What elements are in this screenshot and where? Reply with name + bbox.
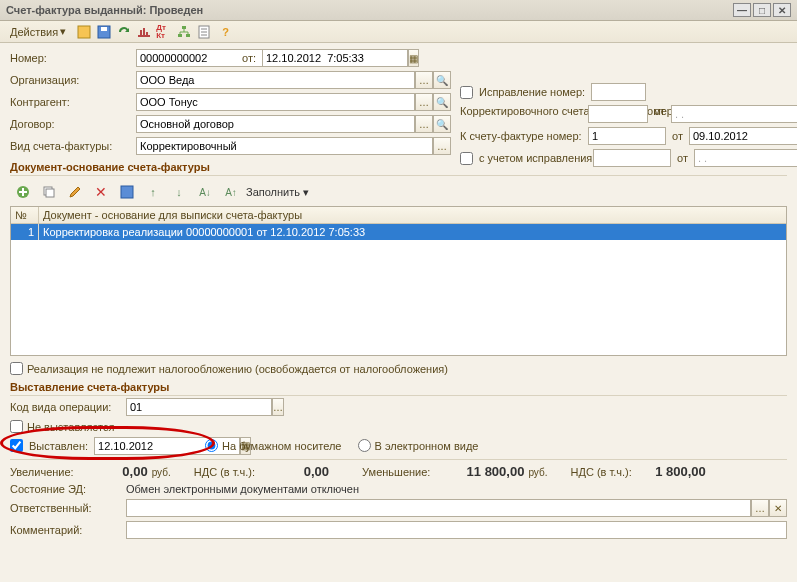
dots-icon[interactable]: … xyxy=(272,398,284,416)
grid-col-num[interactable]: № xyxy=(11,207,39,223)
corr-sf-date-input[interactable] xyxy=(671,105,797,123)
corr-num-input[interactable] xyxy=(591,83,646,101)
decrease-sum: 11 800,00 xyxy=(434,464,524,479)
report-icon[interactable] xyxy=(196,24,212,40)
move-down-button[interactable]: ↓ xyxy=(168,181,190,203)
increase-sum: 0,00 xyxy=(78,464,148,479)
contract-input[interactable] xyxy=(136,115,415,133)
with-corr-label: с учетом исправления: xyxy=(479,152,587,164)
datetime-input[interactable] xyxy=(262,49,408,67)
no-tax-checkbox[interactable] xyxy=(10,362,23,375)
with-corr-date-input[interactable] xyxy=(694,149,797,167)
issue-section-header: Выставление счета-фактуры xyxy=(10,381,787,396)
issued-checkbox[interactable] xyxy=(10,439,23,452)
refresh-icon[interactable] xyxy=(116,24,132,40)
save-icon[interactable] xyxy=(96,24,112,40)
not-issued-label: Не выставляется xyxy=(27,421,115,433)
magnify-icon[interactable]: 🔍 xyxy=(433,71,451,89)
paper-radio[interactable]: На бумажном носителе xyxy=(205,439,341,452)
post-icon[interactable] xyxy=(76,24,92,40)
svg-rect-10 xyxy=(121,186,133,198)
help-button[interactable]: ? xyxy=(216,24,235,40)
dots-icon[interactable]: … xyxy=(415,71,433,89)
actions-menu[interactable]: Действия ▾ xyxy=(4,23,72,40)
paper-label: На бумажном носителе xyxy=(222,440,341,452)
table-row[interactable]: 1 Корректировка реализации 00000000001 о… xyxy=(11,224,786,240)
corr-num-checkbox[interactable] xyxy=(460,86,473,99)
dec-nds-label: НДС (в т.ч.): xyxy=(570,466,631,478)
add-button[interactable] xyxy=(12,181,34,203)
to-sf-num-input[interactable] xyxy=(588,127,666,145)
window-title: Счет-фактура выданный: Проведен xyxy=(6,4,203,16)
delete-button[interactable]: ✕ xyxy=(90,181,112,203)
window-close-button[interactable]: ✕ xyxy=(773,3,791,17)
copy-button[interactable] xyxy=(38,181,60,203)
grid-col-doc[interactable]: Документ - основание для выписки счета-ф… xyxy=(39,207,786,223)
number-input[interactable] xyxy=(136,49,282,67)
dots-icon[interactable]: … xyxy=(751,499,769,517)
svg-rect-3 xyxy=(182,26,186,29)
timeline-icon[interactable] xyxy=(136,24,152,40)
svg-rect-2 xyxy=(101,27,107,31)
chevron-down-icon: ▾ xyxy=(60,25,66,38)
corr-num-label: Исправление номер: xyxy=(479,86,585,98)
contract-label: Договор: xyxy=(10,118,130,130)
to-sf-date-input[interactable] xyxy=(689,127,797,145)
rub-label: руб. xyxy=(528,467,547,478)
op-code-label: Код вида операции: xyxy=(10,401,120,413)
sf-type-input[interactable] xyxy=(136,137,433,155)
dec-nds-sum: 1 800,00 xyxy=(636,464,706,479)
contragent-label: Контрагент: xyxy=(10,96,130,108)
fill-button-icon[interactable] xyxy=(116,181,138,203)
svg-rect-0 xyxy=(78,26,90,38)
structure-icon[interactable] xyxy=(176,24,192,40)
issued-label: Выставлен: xyxy=(29,440,88,452)
sort-desc-button[interactable]: A↑ xyxy=(220,181,242,203)
org-input[interactable] xyxy=(136,71,415,89)
chevron-down-icon: ▾ xyxy=(303,186,309,198)
increase-label: Увеличение: xyxy=(10,466,74,478)
dots-icon[interactable]: … xyxy=(415,93,433,111)
row-doc: Корректировка реализации 00000000001 от … xyxy=(39,224,786,240)
op-code-input[interactable] xyxy=(126,398,272,416)
date-from-label: от: xyxy=(242,52,256,64)
dt-kt-icon[interactable]: ДтКт xyxy=(156,24,172,40)
inc-nds-label: НДС (в т.ч.): xyxy=(194,466,255,478)
number-label: Номер: xyxy=(10,52,130,64)
comment-input[interactable] xyxy=(126,521,787,539)
corr-sf-label: Корректировочного счета-фактуры номер: xyxy=(460,105,582,117)
rub-label: руб. xyxy=(152,467,171,478)
edit-button[interactable] xyxy=(64,181,86,203)
ot-label: от xyxy=(677,152,688,164)
documents-grid[interactable]: № Документ - основание для выписки счета… xyxy=(10,206,787,356)
to-sf-label: К счету-фактуре номер: xyxy=(460,130,582,142)
responsible-label: Ответственный: xyxy=(10,502,120,514)
svg-rect-5 xyxy=(186,34,190,37)
dots-icon[interactable]: … xyxy=(433,137,451,155)
corr-sf-num-input[interactable] xyxy=(588,105,648,123)
responsible-input[interactable] xyxy=(126,499,751,517)
dots-icon[interactable]: … xyxy=(415,115,433,133)
with-corr-num-input[interactable] xyxy=(593,149,671,167)
electronic-radio[interactable]: В электронном виде xyxy=(358,439,479,452)
sf-type-label: Вид счета-фактуры: xyxy=(10,140,130,152)
window-max-button[interactable]: □ xyxy=(753,3,771,17)
sort-asc-button[interactable]: A↓ xyxy=(194,181,216,203)
clear-icon[interactable]: ✕ xyxy=(769,499,787,517)
ot-label: от xyxy=(654,105,665,117)
move-up-button[interactable]: ↑ xyxy=(142,181,164,203)
with-corr-checkbox[interactable] xyxy=(460,152,473,165)
magnify-icon[interactable]: 🔍 xyxy=(433,115,451,133)
not-issued-checkbox[interactable] xyxy=(10,420,23,433)
window-min-button[interactable]: — xyxy=(733,3,751,17)
electronic-label: В электронном виде xyxy=(375,440,479,452)
comment-label: Комментарий: xyxy=(10,524,120,536)
ed-state-label: Состояние ЭД: xyxy=(10,483,120,495)
org-label: Организация: xyxy=(10,74,130,86)
ot-label: от xyxy=(672,130,683,142)
contragent-input[interactable] xyxy=(136,93,415,111)
svg-rect-9 xyxy=(46,189,54,197)
calendar-icon[interactable]: ▦ xyxy=(408,49,419,67)
magnify-icon[interactable]: 🔍 xyxy=(433,93,451,111)
fill-menu[interactable]: Заполнить ▾ xyxy=(246,186,309,199)
